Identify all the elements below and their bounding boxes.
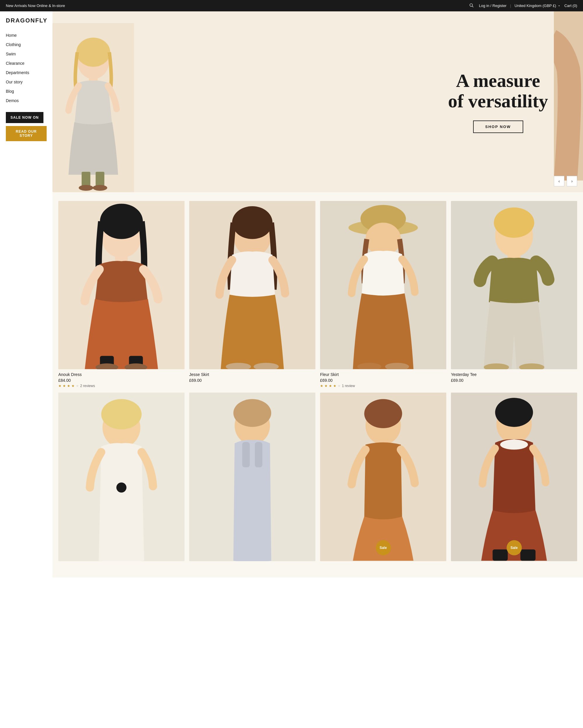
svg-point-27 — [365, 223, 401, 256]
products-grid-row1: Anouk Dress £84.00 ★ ★ ★ ★ ★ 2 reviews — [58, 201, 577, 388]
sale-badge-row2-4: Sale — [507, 540, 522, 555]
product-card-row2-2[interactable] — [189, 393, 315, 564]
announcement-text: New Arrivals Now Online & In-store — [6, 3, 65, 8]
sale-badge-row2-3: Sale — [376, 540, 391, 555]
search-icon[interactable] — [467, 2, 475, 9]
product-image-anouk — [58, 201, 185, 369]
header-right: Log in / Register | United Kingdom (GBP … — [467, 2, 577, 9]
product-image-jesse — [189, 201, 315, 369]
shop-now-button[interactable]: SHOP NOW — [473, 121, 523, 133]
products-grid-row2: Sale — [58, 393, 577, 564]
hero-child-right — [554, 11, 583, 181]
read-our-story-button[interactable]: READ OUR STORY — [6, 126, 47, 141]
product-card-row2-1[interactable] — [58, 393, 185, 564]
page-wrapper: DRAGONFLY Home Clothing Swim Clearance D… — [0, 11, 583, 728]
hero-title-line2: of versatility — [448, 91, 548, 112]
nav-link-departments[interactable]: Departments — [6, 70, 29, 75]
product-card-anouk[interactable]: Anouk Dress £84.00 ★ ★ ★ ★ ★ 2 reviews — [58, 201, 185, 388]
product-name-anouk: Anouk Dress — [58, 372, 185, 377]
product-image-row2-3: Sale — [320, 393, 446, 561]
svg-rect-44 — [255, 442, 262, 468]
cart-link[interactable]: Cart (0) — [564, 3, 577, 8]
sale-now-on-button[interactable]: SALE NOW ON — [6, 112, 44, 123]
nav-item-our-story[interactable]: Our story — [6, 79, 47, 84]
logo: DRAGONFLY — [6, 17, 47, 24]
product-card-jesse[interactable]: Jesse Skirt £69.00 — [189, 201, 315, 388]
nav-menu: Home Clothing Swim Clearance Departments… — [6, 33, 47, 103]
nav-item-home[interactable]: Home — [6, 33, 47, 38]
product-stars-fleur: ★ ★ ★ ★ ★ 1 review — [320, 384, 446, 388]
svg-point-4 — [76, 37, 110, 67]
hero-prev-button[interactable]: ‹ — [554, 176, 564, 186]
product-card-row2-3[interactable]: Sale — [320, 393, 446, 564]
currency-selector[interactable]: United Kingdom (GBP £) — [515, 3, 561, 8]
svg-rect-7 — [95, 172, 104, 186]
hero-navigation: ‹ › — [554, 176, 577, 186]
svg-point-38 — [101, 399, 142, 430]
hero-title-line1: A measure — [456, 70, 540, 91]
svg-point-39 — [116, 483, 127, 493]
svg-point-8 — [79, 185, 93, 191]
product-price-jesse: £69.00 — [189, 378, 315, 383]
product-image-row2-4: Sale — [451, 393, 577, 561]
product-price-fleur: £69.00 — [320, 378, 446, 383]
nav-link-our-story[interactable]: Our story — [6, 80, 23, 84]
nav-link-blog[interactable]: Blog — [6, 89, 14, 94]
hero-section: A measure of versatility SHOP NOW ‹ › — [53, 11, 583, 192]
product-reviews-fleur: 1 review — [342, 384, 355, 388]
nav-item-swim[interactable]: Swim — [6, 51, 47, 57]
svg-rect-52 — [493, 549, 508, 561]
nav-link-home[interactable]: Home — [6, 33, 17, 37]
product-name-fleur: Fleur Skirt — [320, 372, 446, 377]
nav-item-clearance[interactable]: Clearance — [6, 61, 47, 66]
nav-link-clearance[interactable]: Clearance — [6, 61, 25, 66]
product-reviews-anouk: 2 reviews — [80, 384, 95, 388]
svg-rect-53 — [520, 549, 535, 561]
nav-item-demos[interactable]: Demos — [6, 98, 47, 103]
product-image-row2-2 — [189, 393, 315, 561]
svg-rect-43 — [242, 442, 250, 468]
svg-point-50 — [495, 398, 533, 427]
hero-child-left — [53, 23, 134, 192]
divider: | — [510, 3, 511, 8]
svg-point-0 — [470, 4, 473, 6]
login-link[interactable]: Log in / Register — [479, 3, 507, 8]
product-name-jesse: Jesse Skirt — [189, 372, 315, 377]
nav-item-clothing[interactable]: Clothing — [6, 42, 47, 47]
currency-label: United Kingdom (GBP £) — [515, 3, 556, 8]
nav-link-clothing[interactable]: Clothing — [6, 42, 21, 47]
svg-line-1 — [472, 6, 473, 7]
svg-point-51 — [500, 440, 528, 450]
svg-point-21 — [232, 206, 273, 239]
product-stars-anouk: ★ ★ ★ ★ ★ 2 reviews — [58, 384, 185, 388]
svg-point-13 — [100, 204, 143, 239]
hero-next-button[interactable]: › — [567, 176, 577, 186]
hero-text: A measure of versatility SHOP NOW — [448, 71, 548, 133]
product-price-anouk: £84.00 — [58, 378, 185, 383]
nav-link-demos[interactable]: Demos — [6, 98, 19, 103]
product-image-row2-1 — [58, 393, 185, 561]
products-section: Anouk Dress £84.00 ★ ★ ★ ★ ★ 2 reviews — [53, 192, 583, 577]
svg-point-42 — [233, 399, 271, 427]
product-image-fleur — [320, 201, 446, 369]
hero-title: A measure of versatility — [448, 71, 548, 112]
sidebar: DRAGONFLY Home Clothing Swim Clearance D… — [0, 11, 53, 728]
announcement-bar: New Arrivals Now Online & In-store Log i… — [0, 0, 583, 11]
svg-point-32 — [494, 207, 534, 238]
nav-item-departments[interactable]: Departments — [6, 70, 47, 75]
svg-rect-6 — [82, 172, 90, 186]
svg-point-9 — [93, 185, 107, 191]
product-card-row2-4[interactable]: Sale — [451, 393, 577, 564]
product-name-yesterday: Yesterday Tee — [451, 372, 577, 377]
product-image-yesterday — [451, 201, 577, 369]
product-card-yesterday[interactable]: Yesterday Tee £69.00 — [451, 201, 577, 388]
nav-link-swim[interactable]: Swim — [6, 52, 16, 56]
product-card-fleur[interactable]: Fleur Skirt £69.00 ★ ★ ★ ★ ★ 1 review — [320, 201, 446, 388]
nav-item-blog[interactable]: Blog — [6, 89, 47, 94]
main-content: A measure of versatility SHOP NOW ‹ › — [53, 11, 583, 728]
product-price-yesterday: £69.00 — [451, 378, 577, 383]
svg-point-47 — [364, 399, 402, 428]
